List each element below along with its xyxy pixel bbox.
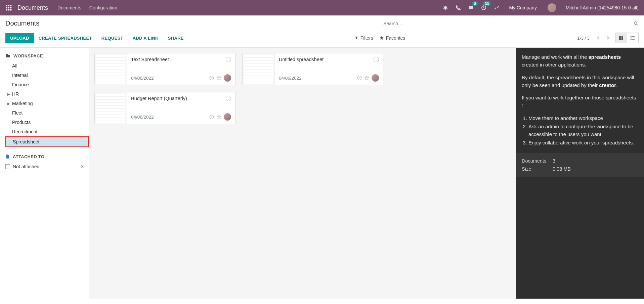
svg-rect-18 xyxy=(632,38,635,38)
sidebar-item-label: All xyxy=(12,63,17,69)
checkbox[interactable] xyxy=(5,164,10,169)
card-title: Budget Report (Quarterly) xyxy=(131,96,226,101)
svg-rect-17 xyxy=(631,38,632,39)
thumbnail xyxy=(243,53,275,85)
owner-avatar xyxy=(224,74,231,82)
company-selector[interactable]: My Company xyxy=(509,5,536,10)
nav-link-documents[interactable]: Documents xyxy=(57,5,81,10)
activity-badge: 33 xyxy=(483,1,491,6)
document-card[interactable]: Budget Report (Quarterly) 04/06/2022 xyxy=(94,92,235,124)
navbar: Documents Documents Configuration 8 33 M… xyxy=(0,0,644,15)
svg-rect-20 xyxy=(632,39,635,39)
svg-rect-1 xyxy=(8,5,9,6)
username[interactable]: Mitchell Admin (14254980-15-0-all) xyxy=(566,5,639,10)
add-link-button[interactable]: ADD A LINK xyxy=(128,33,163,43)
sidebar-item-label: Finance xyxy=(12,82,29,87)
svg-rect-6 xyxy=(6,9,7,10)
owner-avatar xyxy=(372,74,379,82)
card-date: 04/06/2022 xyxy=(131,76,209,81)
select-radio[interactable] xyxy=(374,57,379,62)
app-title: Documents xyxy=(17,4,48,11)
svg-rect-4 xyxy=(8,7,9,8)
folder-icon xyxy=(5,53,11,58)
star-icon[interactable] xyxy=(216,75,222,81)
caret-icon: ▶ xyxy=(7,92,11,96)
star-icon[interactable] xyxy=(364,75,370,81)
sidebar-item-fleet[interactable]: Fleet xyxy=(5,108,89,118)
view-switch xyxy=(615,33,639,43)
share-button[interactable]: SHARE xyxy=(163,33,188,43)
svg-rect-0 xyxy=(6,5,7,6)
sidebar-item-label: Products xyxy=(12,120,31,125)
pager-prev[interactable] xyxy=(594,33,603,43)
panel-stats: Documents3 Size0.08 MB xyxy=(516,153,644,177)
card-date: 04/06/2022 xyxy=(279,76,357,81)
sidebar-item-recruitment[interactable]: Recruitment xyxy=(5,127,89,136)
star-icon[interactable] xyxy=(216,114,222,120)
search-input[interactable] xyxy=(383,19,633,28)
avatar[interactable] xyxy=(548,3,556,12)
sidebar-item-all[interactable]: All xyxy=(5,61,89,71)
content: WORKSPACE AllInternalFinance▶HR▶Marketin… xyxy=(0,48,644,299)
tools-icon[interactable] xyxy=(493,5,500,11)
main-area: Text Spreadsheet 04/06/2022 Untitled spr… xyxy=(89,48,516,299)
control-bar: Documents xyxy=(0,15,644,29)
sidebar-item-products[interactable]: Products xyxy=(5,118,89,127)
clock-icon[interactable] xyxy=(357,75,362,81)
favorites-button[interactable]: Favorites xyxy=(379,35,405,41)
svg-rect-2 xyxy=(10,5,11,6)
svg-rect-15 xyxy=(631,36,632,37)
sidebar-item-label: Internal xyxy=(12,73,28,78)
filters-button[interactable]: Filters xyxy=(354,35,373,41)
card-title: Text Spreadsheet xyxy=(131,57,226,62)
sidebar-item-finance[interactable]: Finance xyxy=(5,80,89,89)
cards-container: Text Spreadsheet 04/06/2022 Untitled spr… xyxy=(94,53,510,124)
clock-icon[interactable] xyxy=(209,114,214,120)
not-attached-filter[interactable]: Not attached 3 xyxy=(5,162,89,171)
bug-icon[interactable] xyxy=(442,5,448,11)
document-card[interactable]: Untitled spreadsheet 04/06/2022 xyxy=(242,53,383,85)
funnel-icon xyxy=(354,36,358,40)
thumbnail xyxy=(95,53,127,85)
sidebar-item-label: Spreadsheet xyxy=(13,139,39,144)
create-spreadsheet-button[interactable]: CREATE SPREADSHEET xyxy=(34,33,97,43)
request-button[interactable]: REQUEST xyxy=(97,33,128,43)
nav-link-configuration[interactable]: Configuration xyxy=(89,5,117,10)
activity-icon[interactable]: 33 xyxy=(481,5,487,11)
sidebar-item-internal[interactable]: Internal xyxy=(5,71,89,80)
svg-rect-7 xyxy=(8,9,9,10)
select-radio[interactable] xyxy=(226,96,231,101)
sidebar-item-label: Recruitment xyxy=(12,129,37,134)
svg-rect-19 xyxy=(631,39,632,40)
document-card[interactable]: Text Spreadsheet 04/06/2022 xyxy=(94,53,235,85)
list-view-button[interactable] xyxy=(627,33,638,43)
file-icon xyxy=(5,154,10,159)
card-title: Untitled spreadsheet xyxy=(279,57,374,62)
sidebar-item-hr[interactable]: ▶HR xyxy=(5,89,89,99)
messages-badge: 8 xyxy=(472,1,478,6)
svg-rect-12 xyxy=(621,36,623,38)
kanban-view-button[interactable] xyxy=(615,33,627,43)
sidebar-item-label: HR xyxy=(12,91,19,97)
svg-rect-11 xyxy=(619,36,621,38)
phone-icon[interactable] xyxy=(455,5,461,11)
svg-rect-8 xyxy=(10,9,11,10)
page-title: Documents xyxy=(5,19,39,27)
select-radio[interactable] xyxy=(226,57,231,62)
pager-text: 1-3 / 3 xyxy=(577,36,590,41)
apps-icon[interactable] xyxy=(5,4,12,11)
svg-rect-13 xyxy=(619,38,621,40)
attached-to-header: ATTACHED TO xyxy=(5,154,89,159)
svg-rect-3 xyxy=(6,7,7,8)
pager-next[interactable] xyxy=(603,33,612,43)
info-panel: Manage and work with all the spreadsheet… xyxy=(516,48,644,299)
upload-button[interactable]: UPLOAD xyxy=(5,33,34,43)
card-date: 04/06/2022 xyxy=(131,115,209,120)
messages-icon[interactable]: 8 xyxy=(468,5,474,11)
search-icon[interactable] xyxy=(633,21,639,26)
star-icon xyxy=(379,36,384,40)
sidebar-item-marketing[interactable]: ▶Marketing xyxy=(5,99,89,108)
clock-icon[interactable] xyxy=(209,75,214,81)
sidebar-item-spreadsheet[interactable]: Spreadsheet xyxy=(5,136,89,147)
toolbar: UPLOAD CREATE SPREADSHEET REQUEST ADD A … xyxy=(0,29,644,48)
